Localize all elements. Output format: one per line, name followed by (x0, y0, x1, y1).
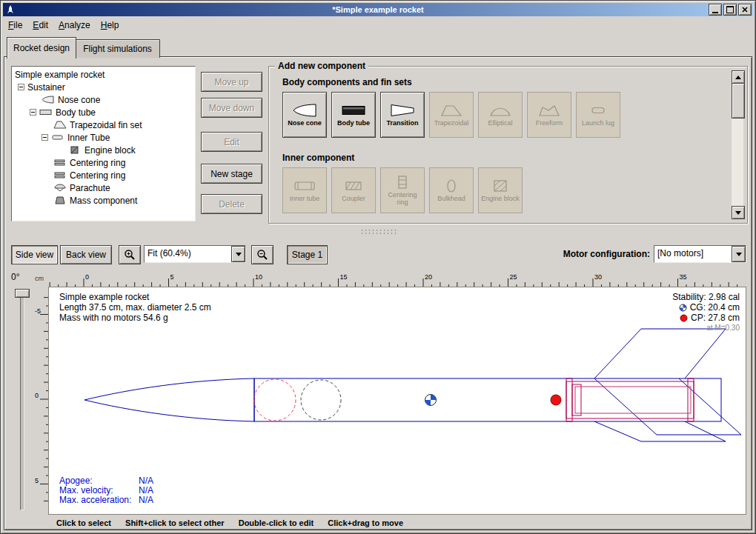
tree-item-engine-block[interactable]: Engine block (12, 144, 195, 156)
launch-lug-icon (585, 102, 611, 119)
transition-icon (389, 102, 416, 119)
tree-item-parachute[interactable]: Parachute (12, 181, 195, 194)
add-nose-cone-button[interactable]: Nose cone (282, 92, 327, 138)
move-up-button[interactable]: Move up (201, 72, 262, 92)
maximize-icon (726, 6, 734, 13)
centering-ring-icon (53, 171, 67, 179)
mach-value: at M=0.30 (672, 323, 740, 333)
tree-item-body-tube[interactable]: Body tube (12, 106, 195, 119)
stage-1-toggle[interactable]: Stage 1 (287, 245, 328, 264)
svg-text:10: 10 (255, 273, 262, 281)
collapse-handle-icon[interactable] (42, 134, 48, 141)
rotation-slider-track[interactable] (20, 290, 24, 510)
menu-edit[interactable]: Edit (27, 19, 53, 32)
zoom-in-icon (124, 249, 136, 261)
edit-button[interactable]: Edit (201, 132, 262, 152)
rotation-slider-thumb[interactable] (15, 289, 30, 298)
add-component-group: Add new component Body components and fi… (268, 66, 748, 224)
close-icon (742, 7, 748, 13)
zoom-out-button[interactable] (251, 245, 273, 264)
move-down-button[interactable]: Move down (201, 98, 262, 118)
svg-text:0: 0 (85, 273, 89, 281)
close-button[interactable] (738, 4, 752, 16)
menu-bar: File Edit Analyze Help (3, 17, 753, 33)
title-bar: *Simple example rocket (3, 3, 753, 16)
rocket-info: Simple example rocket Length 37.5 cm, ma… (59, 292, 211, 323)
minimize-button[interactable] (709, 4, 722, 16)
menu-help[interactable]: Help (96, 19, 125, 32)
tree-item-nose-cone[interactable]: Nose cone (12, 93, 195, 106)
svg-text:15: 15 (340, 273, 348, 281)
add-engine-block-button[interactable]: Engine block (478, 167, 523, 213)
tree-item-centering-ring-1[interactable]: Centering ring (12, 156, 195, 169)
add-transition-button[interactable]: Transition (380, 92, 425, 138)
splitter-handle[interactable] (360, 229, 397, 234)
cp-icon (680, 314, 688, 322)
ruler-unit-label: cm (35, 275, 44, 282)
svg-text:20: 20 (425, 273, 432, 281)
mass-component-icon (53, 196, 67, 204)
app-window: *Simple example rocket File Edit Analyze… (0, 0, 756, 534)
coupler-icon (340, 178, 367, 194)
add-body-tube-button[interactable]: Body tube (331, 92, 376, 138)
side-view-button[interactable]: Side view (11, 245, 58, 264)
tree-item-fin-set[interactable]: Trapezoidal fin set (12, 119, 195, 131)
add-bulkhead-button[interactable]: Bulkhead (429, 167, 474, 213)
tab-rocket-design[interactable]: Rocket design (7, 37, 76, 59)
stability-value: Stability: 2.98 cal (672, 292, 740, 302)
menu-analyze[interactable]: Analyze (53, 19, 96, 32)
svg-text:5: 5 (170, 273, 174, 281)
motor-configuration-select[interactable]: [No motors] (654, 245, 746, 263)
tree-item-centering-ring-2[interactable]: Centering ring (12, 169, 195, 181)
zoom-level-select[interactable]: Fit (60.4%) (144, 245, 246, 263)
svg-text:30: 30 (594, 273, 602, 281)
chevron-down-icon (732, 246, 746, 262)
add-launch-lug-button[interactable]: Launch lug (576, 92, 620, 138)
tree-item-inner-tube[interactable]: Inner Tube (12, 131, 195, 144)
add-coupler-button[interactable]: Coupler (331, 167, 376, 213)
nose-cone-icon (291, 102, 318, 119)
menu-file[interactable]: File (3, 19, 27, 32)
bulkhead-icon (438, 178, 465, 194)
add-elliptical-fin-button[interactable]: Elliptical (478, 92, 523, 138)
cg-marker (425, 395, 437, 406)
add-inner-tube-button[interactable]: Inner tube (282, 167, 327, 213)
maximize-button[interactable] (723, 4, 737, 16)
add-trapezoidal-fin-button[interactable]: Trapezoidal (429, 92, 474, 138)
svg-text:35: 35 (680, 273, 687, 281)
inner-section-label: Inner component (282, 153, 354, 163)
collapse-handle-icon[interactable] (30, 109, 36, 116)
cg-value: CG: 20.4 cm (690, 302, 740, 313)
inner-tube-icon (291, 178, 318, 194)
zoom-in-button[interactable] (119, 245, 141, 264)
trapezoidal-fin-icon (53, 121, 67, 129)
tree-item-rocket[interactable]: Simple example rocket (12, 68, 195, 81)
engine-block-icon (487, 178, 514, 194)
body-section-label: Body components and fin sets (282, 77, 412, 87)
add-centering-ring-button[interactable]: Centering ring (380, 167, 425, 213)
tree-item-sustainer[interactable]: Sustainer (12, 81, 195, 93)
scroll-down-button[interactable] (732, 206, 745, 219)
tab-flight-simulations[interactable]: Flight simulations (75, 39, 160, 58)
new-stage-button[interactable]: New stage (201, 164, 262, 184)
horizontal-ruler: 05101520253035 (48, 272, 746, 287)
back-view-button[interactable]: Back view (60, 245, 112, 264)
delete-button[interactable]: Delete (201, 194, 262, 214)
window-title: *Simple example rocket (3, 5, 753, 14)
elliptical-fin-icon (487, 102, 514, 119)
component-scrollbar[interactable] (732, 70, 743, 219)
collapse-handle-icon[interactable] (18, 84, 24, 90)
svg-text:0: 0 (35, 392, 39, 399)
tree-item-mass-component[interactable]: Mass component (12, 194, 195, 207)
arrow-down-icon (735, 211, 741, 215)
engine-block-icon (68, 146, 82, 154)
scroll-up-button[interactable] (732, 70, 745, 84)
motor-configuration-label: Motor configuration: (555, 249, 650, 259)
svg-text:-5: -5 (35, 307, 41, 315)
scrollbar-thumb[interactable] (732, 83, 745, 119)
cp-value: CP: 27.8 cm (691, 313, 740, 323)
trapezoidal-fin-icon (438, 102, 465, 119)
centering-ring-icon (389, 174, 416, 190)
add-freeform-fin-button[interactable]: Freeform (527, 92, 571, 138)
rocket-canvas[interactable]: Simple example rocket Length 37.5 cm, ma… (48, 287, 746, 515)
